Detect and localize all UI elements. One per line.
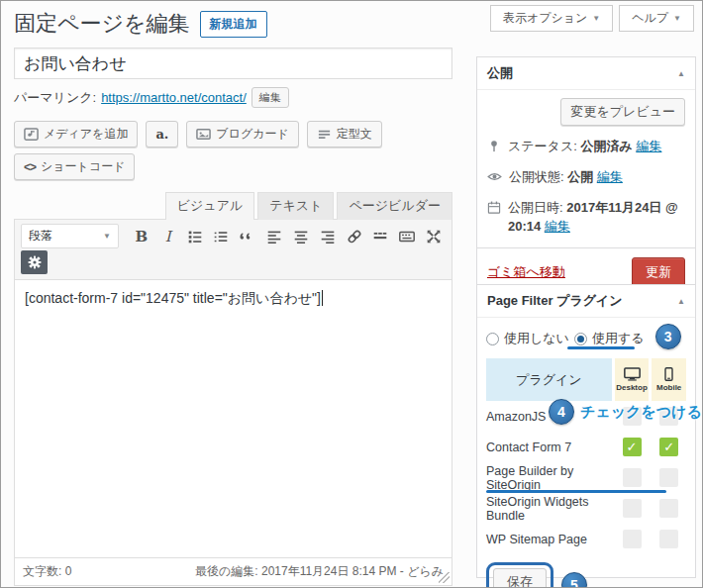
help-label: ヘルプ xyxy=(632,10,668,27)
amazon-a-icon: a. xyxy=(155,128,168,141)
italic-button[interactable]: I xyxy=(156,225,180,248)
tab-visual[interactable]: ビジュアル xyxy=(165,192,255,220)
screen-meta-buttons: 表示オプション ▼ ヘルプ ▼ xyxy=(490,5,694,32)
more-tag-button[interactable] xyxy=(368,225,392,248)
checkbox-widgets-bundle-mobile[interactable]: ✓ xyxy=(659,499,678,518)
plugin-filter-table: プラグイン Desktop Mobile AmazonJS ✓ ✓ xyxy=(486,358,686,554)
column-header-plugin: プラグイン xyxy=(486,358,612,401)
eye-icon xyxy=(487,169,502,184)
annotation-step-4: 4 チェックをつける xyxy=(549,399,702,425)
radio-disable-label[interactable]: 使用しない xyxy=(504,330,569,347)
align-right-button[interactable] xyxy=(316,225,340,248)
last-edited-text: 最後の編集: 2017年11月24日 8:14 PM - どらみ xyxy=(195,563,444,580)
status-label: ステータス: xyxy=(508,139,577,153)
screen-options-button[interactable]: 表示オプション ▼ xyxy=(490,5,613,32)
annotation-step-3: 3 xyxy=(655,324,681,349)
publish-panel-title: 公開 xyxy=(487,64,513,82)
radio-disable[interactable] xyxy=(486,333,499,345)
page-filter-panel-title: Page Filter プラグイン xyxy=(487,292,623,310)
bullet-list-button[interactable] xyxy=(183,225,207,248)
boilerplate-button[interactable]: 定型文 xyxy=(307,121,382,147)
annotation-save-highlight: 保存 xyxy=(486,562,553,588)
screen-options-label: 表示オプション xyxy=(503,10,587,27)
shortcode-button[interactable]: <> ショートコード xyxy=(14,153,135,180)
publish-date-edit-link[interactable]: 編集 xyxy=(545,219,570,234)
checkbox-contact-form-7-desktop[interactable]: ✓ xyxy=(623,438,642,456)
keyboard-shortcuts-button[interactable] xyxy=(395,225,419,248)
boilerplate-label: 定型文 xyxy=(337,126,372,143)
status-value: 公開済み xyxy=(580,139,632,153)
tab-page-builder[interactable]: ページビルダー xyxy=(337,192,452,220)
resize-handle[interactable] xyxy=(439,572,450,583)
tab-text[interactable]: テキスト xyxy=(257,192,334,220)
editor-status-bar: 文字数: 0 最後の編集: 2017年11月24日 8:14 PM - どらみ xyxy=(15,557,452,585)
fullscreen-button[interactable] xyxy=(422,225,446,248)
checkbox-contact-form-7-mobile[interactable]: ✓ xyxy=(659,438,678,456)
annotation-underline-enable xyxy=(567,346,635,349)
permalink-edit-button[interactable]: 編集 xyxy=(251,87,289,108)
amazonjs-button[interactable]: a. xyxy=(146,121,178,147)
checkbox-sitemap-mobile[interactable]: ✓ xyxy=(659,530,678,548)
publish-panel-header[interactable]: 公開 ▲ xyxy=(477,57,695,90)
status-edit-link[interactable]: 編集 xyxy=(636,139,661,153)
media-icon xyxy=(24,127,39,142)
code-brackets-icon: <> xyxy=(24,160,36,174)
checkbox-page-builder-mobile[interactable]: ✓ xyxy=(659,468,678,487)
blockquote-button[interactable] xyxy=(236,225,259,248)
table-row: SiteOrigin Widgets Bundle ✓ ✓ xyxy=(486,493,686,524)
visibility-label: 公開状態: xyxy=(509,169,564,184)
add-media-label: メディアを追加 xyxy=(44,126,128,143)
blog-card-label: ブログカード xyxy=(216,126,288,143)
column-header-mobile: Mobile xyxy=(652,358,686,401)
checkbox-widgets-bundle-desktop[interactable]: ✓ xyxy=(623,499,642,518)
toolbar-toggle-button[interactable] xyxy=(21,250,48,274)
add-media-button[interactable]: メディアを追加 xyxy=(14,121,138,147)
check-icon: ✓ xyxy=(663,441,674,453)
checkbox-sitemap-desktop[interactable]: ✓ xyxy=(623,530,642,548)
wordpress-edit-page-screen: 表示オプション ▼ ヘルプ ▼ 固定ページを編集 新規追加 パーマリンク: ht… xyxy=(0,0,703,588)
post-title-input[interactable] xyxy=(14,48,452,79)
add-new-button[interactable]: 新規追加 xyxy=(200,11,267,38)
shortcode-text: [contact-form-7 id="12475" title="お問い合わせ… xyxy=(25,290,321,306)
blog-card-button[interactable]: ブログカード xyxy=(186,121,298,147)
collapse-arrow-icon[interactable]: ▲ xyxy=(677,69,685,78)
publish-date-label: 公開日時: xyxy=(508,200,563,215)
preview-changes-button[interactable]: 変更をプレビュー xyxy=(560,98,685,126)
word-count-label: 文字数: xyxy=(23,564,61,578)
visibility-value: 公開 xyxy=(567,169,593,184)
table-row: Page Builder by SiteOrigin ✓ ✓ xyxy=(486,462,686,493)
save-button[interactable]: 保存 xyxy=(493,568,547,588)
visibility-edit-link[interactable]: 編集 xyxy=(597,169,623,184)
editor-content[interactable]: [contact-form-7 id="12475" title="お問い合わせ… xyxy=(15,280,452,557)
word-count-value: 0 xyxy=(65,564,72,578)
numbered-list-button[interactable] xyxy=(209,225,233,248)
text-lines-icon xyxy=(317,127,332,142)
align-left-button[interactable] xyxy=(262,225,286,248)
page-filter-panel-header[interactable]: Page Filter プラグイン ▲ xyxy=(477,285,695,318)
page-title: 固定ページを編集 xyxy=(14,11,190,37)
radio-enable-label[interactable]: 使用する xyxy=(592,330,645,347)
annotation-step-4-text: チェックをつける xyxy=(580,403,702,422)
paragraph-format-select[interactable]: 段落 ▼ xyxy=(21,224,119,248)
checkbox-page-builder-desktop[interactable]: ✓ xyxy=(623,468,642,487)
help-button[interactable]: ヘルプ ▼ xyxy=(619,5,694,32)
mobile-icon xyxy=(664,367,673,381)
align-center-button[interactable] xyxy=(289,225,313,248)
pin-icon xyxy=(487,139,501,153)
link-button[interactable] xyxy=(343,225,366,248)
calendar-icon xyxy=(487,200,501,215)
radio-enable[interactable] xyxy=(574,333,587,345)
editor-tabs: ビジュアル テキスト ページビルダー xyxy=(14,192,452,219)
image-card-icon xyxy=(196,127,211,142)
chevron-down-icon: ▼ xyxy=(103,232,111,241)
permalink-url-link[interactable]: https://martto.net/contact/ xyxy=(101,90,247,105)
column-header-desktop: Desktop xyxy=(615,358,650,401)
permalink-label: パーマリンク: xyxy=(14,89,96,107)
move-to-trash-link[interactable]: ゴミ箱へ移動 xyxy=(487,263,565,281)
editor-toolbar: 段落 ▼ B I xyxy=(15,220,452,280)
annotation-underline-cf7 xyxy=(486,490,666,493)
collapse-arrow-icon[interactable]: ▲ xyxy=(677,297,685,306)
bold-button[interactable]: B xyxy=(130,225,153,248)
update-button[interactable]: 更新 xyxy=(632,257,685,287)
table-row: WP Sitemap Page ✓ ✓ xyxy=(486,524,686,554)
